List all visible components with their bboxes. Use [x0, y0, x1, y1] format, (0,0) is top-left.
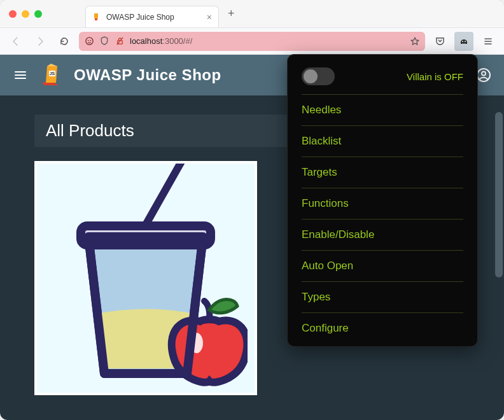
svg-point-3 [87, 40, 88, 41]
pocket-button[interactable] [430, 32, 449, 51]
extension-menu: Needles Blacklist Targets Functions Enab… [288, 94, 477, 344]
url-host: localhost [130, 36, 162, 46]
menu-item-enable-disable[interactable]: Enable/Disable [302, 219, 463, 250]
villain-toggle[interactable] [302, 67, 335, 85]
close-window-button[interactable] [9, 10, 17, 18]
svg-point-7 [462, 41, 463, 42]
svg-rect-0 [94, 13, 98, 18]
svg-point-18 [482, 72, 486, 76]
menu-item-auto-open[interactable]: Auto Open [302, 250, 463, 281]
villain-status: Villain is OFF [407, 71, 463, 82]
shield-icon[interactable] [99, 36, 109, 46]
app-logo: JS [38, 62, 64, 88]
menu-item-functions[interactable]: Functions [302, 188, 463, 219]
villain-extension-button[interactable] [454, 32, 473, 51]
extension-header: Villain is OFF [288, 65, 477, 94]
address-bar[interactable]: localhost:3000/#/ [79, 32, 425, 51]
vertical-scrollbar[interactable] [495, 112, 503, 277]
svg-line-19 [143, 164, 184, 230]
svg-rect-1 [95, 18, 97, 20]
browser-toolbar: localhost:3000/#/ [0, 28, 504, 55]
maximize-window-button[interactable] [34, 10, 42, 18]
tab-favicon [92, 13, 101, 22]
browser-tab[interactable]: OWASP Juice Shop × [85, 6, 219, 27]
minimize-window-button[interactable] [22, 10, 29, 18]
account-icon[interactable] [476, 67, 491, 83]
browser-window: OWASP Juice Shop × + localhost:300 [0, 0, 504, 420]
product-card[interactable] [34, 161, 257, 395]
menu-icon[interactable] [13, 67, 28, 83]
reload-button[interactable] [55, 32, 74, 51]
product-image [37, 164, 255, 393]
toggle-knob [304, 69, 318, 83]
svg-text:JS: JS [50, 71, 55, 76]
menu-item-configure[interactable]: Configure [302, 312, 463, 344]
tab-title: OWASP Juice Shop [106, 13, 174, 22]
forward-button[interactable] [31, 32, 50, 51]
extension-popup: Villain is OFF Needles Blacklist Targets… [288, 55, 477, 346]
url-port: :3000 [162, 36, 183, 46]
window-controls [9, 10, 42, 18]
back-button[interactable] [6, 32, 25, 51]
menu-item-needles[interactable]: Needles [302, 94, 463, 125]
menu-item-blacklist[interactable]: Blacklist [302, 125, 463, 157]
svg-point-2 [85, 38, 92, 45]
svg-point-8 [465, 41, 466, 42]
app-menu-button[interactable] [479, 32, 498, 51]
menu-item-types[interactable]: Types [302, 281, 463, 312]
identity-icon[interactable] [84, 36, 94, 46]
close-tab-button[interactable]: × [207, 12, 212, 22]
titlebar: OWASP Juice Shop × + [0, 0, 504, 28]
url-path: /#/ [183, 36, 192, 46]
insecure-lock-icon[interactable] [115, 36, 125, 46]
new-tab-button[interactable]: + [224, 7, 239, 20]
svg-point-4 [90, 40, 91, 41]
bookmark-star-icon[interactable] [410, 36, 420, 46]
url-text: localhost:3000/#/ [130, 36, 405, 46]
menu-item-targets[interactable]: Targets [302, 157, 463, 188]
